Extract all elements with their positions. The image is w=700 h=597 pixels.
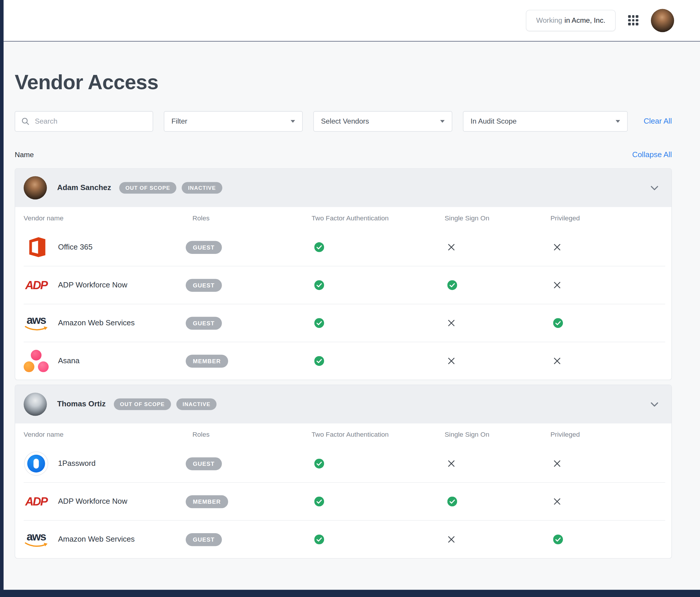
vendor-row: awsAmazon Web ServicesGUEST	[24, 304, 665, 342]
check-icon	[311, 459, 445, 468]
role-badge: MEMBER	[186, 355, 228, 368]
working-in-org-button[interactable]: Working in Acme, Inc.	[526, 9, 616, 31]
select-vendors-dropdown[interactable]: Select Vendors	[313, 111, 452, 131]
x-icon	[445, 243, 550, 251]
role-badge: GUEST	[186, 241, 222, 254]
user-card: Adam SanchezOUT OF SCOPEINACTIVEVendor n…	[15, 168, 672, 380]
aws-logo: aws	[24, 527, 49, 552]
role-badge: GUEST	[186, 533, 222, 546]
vendor-name: Asana	[58, 357, 80, 366]
clear-all-link[interactable]: Clear All	[644, 117, 672, 126]
vendor-row: AsanaMEMBER	[24, 342, 665, 380]
user-card: Thomas OrtizOUT OF SCOPEINACTIVEVendor n…	[15, 385, 672, 559]
x-icon	[550, 243, 665, 251]
x-icon	[550, 498, 665, 506]
column-header: Roles	[193, 430, 312, 438]
apps-grid-icon[interactable]	[628, 15, 639, 25]
1password-logo	[24, 451, 49, 476]
search-input[interactable]	[34, 117, 146, 126]
user-name: Thomas Ortiz	[57, 400, 106, 409]
vendor-table: Vendor nameRolesTwo Factor Authenticatio…	[15, 423, 671, 558]
chevron-down-icon	[440, 120, 445, 123]
user-card-header[interactable]: Thomas OrtizOUT OF SCOPEINACTIVE	[15, 385, 671, 423]
check-icon	[311, 280, 445, 290]
check-icon	[311, 242, 445, 252]
table-header-row: Vendor nameRolesTwo Factor Authenticatio…	[24, 207, 665, 228]
check-icon	[550, 535, 665, 545]
x-icon	[445, 357, 550, 365]
check-icon	[311, 356, 445, 366]
filters-row: Filter Select Vendors In Audit Scope Cle…	[15, 111, 672, 131]
vendor-name: Office 365	[58, 243, 93, 252]
vendor-row: ADPADP Workforce NowMEMBER	[24, 483, 665, 520]
chevron-down-icon[interactable]	[649, 399, 660, 410]
column-header: Privileged	[550, 430, 665, 438]
search-box[interactable]	[15, 111, 153, 131]
check-icon	[311, 318, 445, 328]
column-header: Two Factor Authentication	[311, 214, 445, 222]
vendor-name: 1Password	[58, 459, 96, 468]
adp-logo: ADP	[24, 272, 49, 297]
asana-logo	[24, 348, 49, 373]
aws-logo: aws	[24, 310, 49, 336]
topbar: Working in Acme, Inc.	[3, 0, 700, 41]
column-header: Privileged	[550, 214, 665, 222]
vendor-table: Vendor nameRolesTwo Factor Authenticatio…	[15, 207, 671, 380]
audit-scope-dropdown[interactable]: In Audit Scope	[463, 111, 628, 131]
check-icon	[550, 318, 665, 328]
user-cards: Adam SanchezOUT OF SCOPEINACTIVEVendor n…	[15, 168, 672, 559]
column-header: Roles	[193, 214, 312, 222]
filter-dropdown[interactable]: Filter	[164, 111, 303, 131]
user-menu-avatar[interactable]	[651, 9, 674, 32]
vendor-row: Office 365GUEST	[24, 229, 665, 266]
check-icon	[445, 497, 550, 507]
chevron-down-icon	[616, 120, 620, 123]
x-icon	[550, 460, 665, 468]
status-badge: INACTIVE	[176, 398, 217, 410]
vendor-access-page: Working in Acme, Inc. Vendor Access Filt…	[0, 0, 700, 597]
user-card-header[interactable]: Adam SanchezOUT OF SCOPEINACTIVE	[15, 169, 671, 207]
user-name: Adam Sanchez	[57, 183, 111, 192]
column-header: Single Sign On	[445, 430, 550, 438]
adp-logo: ADP	[24, 489, 49, 514]
role-badge: GUEST	[186, 279, 222, 292]
bottom-nav-strip	[0, 590, 700, 597]
main-content: Vendor Access Filter Select Vendors In A…	[3, 42, 700, 590]
status-badge: OUT OF SCOPE	[119, 182, 176, 193]
vendor-name: ADP Workforce Now	[58, 497, 127, 506]
audit-scope-label: In Audit Scope	[471, 118, 517, 126]
vendor-row: awsAmazon Web ServicesGUEST	[24, 520, 665, 558]
column-header: Vendor name	[24, 214, 193, 222]
role-badge: MEMBER	[186, 495, 228, 508]
role-badge: GUEST	[186, 317, 222, 330]
status-badge: OUT OF SCOPE	[114, 398, 171, 410]
vendor-name: Amazon Web Services	[58, 535, 135, 544]
collapse-all-link[interactable]: Collapse All	[632, 150, 672, 159]
check-icon	[311, 497, 445, 507]
page-title: Vendor Access	[15, 70, 672, 94]
table-header-row: Vendor nameRolesTwo Factor Authenticatio…	[24, 423, 665, 445]
status-badge: INACTIVE	[182, 182, 222, 193]
vendor-row: ADPADP Workforce NowGUEST	[24, 266, 665, 304]
vendor-name: ADP Workforce Now	[58, 281, 127, 290]
vendor-row: 1PasswordGUEST	[24, 445, 665, 483]
check-icon	[445, 280, 550, 290]
column-header: Vendor name	[24, 430, 193, 438]
chevron-down-icon[interactable]	[649, 182, 660, 193]
x-icon	[550, 357, 665, 365]
working-label: Working	[536, 16, 562, 25]
user-avatar	[24, 393, 47, 416]
x-icon	[550, 281, 665, 289]
office365-logo	[24, 235, 49, 260]
vendor-name: Amazon Web Services	[58, 319, 135, 328]
left-nav-strip	[0, 0, 3, 597]
status-badges: OUT OF SCOPEINACTIVE	[119, 182, 222, 193]
check-icon	[311, 535, 445, 545]
x-icon	[445, 460, 550, 468]
role-badge: GUEST	[186, 457, 222, 470]
x-icon	[445, 319, 550, 327]
name-column-label: Name	[15, 151, 34, 159]
chevron-down-icon	[291, 120, 295, 123]
filter-dropdown-label: Filter	[172, 118, 187, 126]
org-label: in Acme, Inc.	[565, 16, 605, 25]
